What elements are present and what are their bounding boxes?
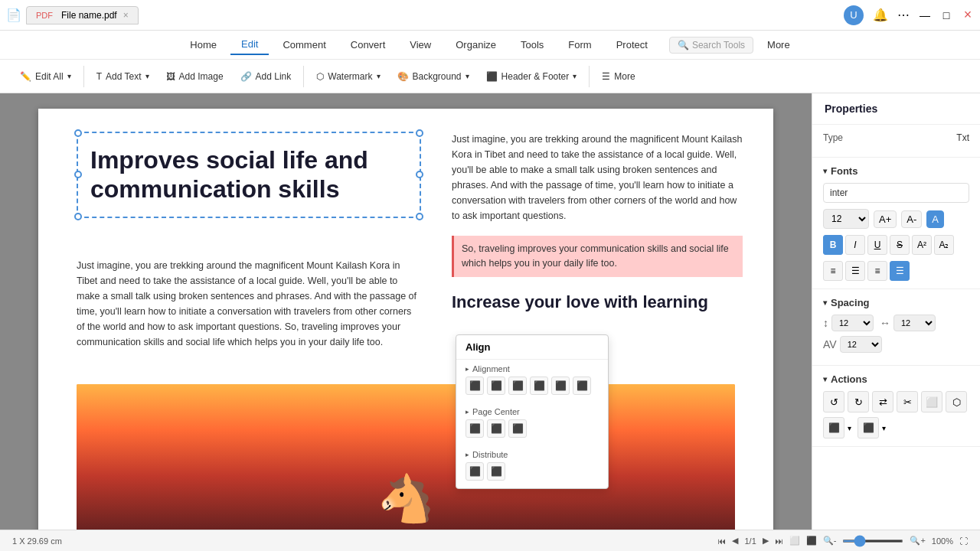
italic-btn[interactable]: I	[845, 235, 865, 255]
subscript-btn[interactable]: A₂	[934, 235, 954, 255]
align-left-text-btn[interactable]: ≡	[823, 261, 843, 281]
right-column: Just imagine, you are trekking around th…	[452, 132, 743, 321]
panel-title: Properties	[812, 93, 980, 125]
font-size-select[interactable]: 12 14 16 18 24	[823, 209, 869, 229]
header-footer-label: Header & Footer	[501, 71, 570, 82]
handle-top-right[interactable]	[416, 129, 423, 137]
menu-more[interactable]: More	[756, 35, 801, 54]
menu-home[interactable]: Home	[179, 35, 227, 54]
add-link-btn[interactable]: 🔗 Add Link	[233, 67, 299, 86]
edit-all-btn[interactable]: ✏️ Edit All ▾	[12, 67, 79, 86]
zoom-in-btn[interactable]: 🔍+	[910, 536, 925, 546]
selected-text-box[interactable]: Improves social life and communication s…	[77, 132, 421, 218]
align-horiz-btn[interactable]: ⬛	[823, 417, 844, 439]
transform-btn[interactable]: ⬡	[946, 391, 967, 412]
add-image-btn[interactable]: 🖼 Add Image	[158, 67, 231, 86]
strikethrough-btn[interactable]: S	[890, 235, 910, 255]
align-left-btn[interactable]: ⬛	[466, 377, 484, 395]
close-tab-btn[interactable]: ×	[123, 10, 129, 21]
more-label: More	[614, 71, 635, 82]
maximize-btn[interactable]: □	[940, 9, 952, 21]
add-text-btn[interactable]: T Add Text ▾	[89, 67, 157, 86]
menu-organize[interactable]: Organize	[445, 35, 507, 54]
nav-first-btn[interactable]: ⏮	[717, 536, 726, 546]
page-center-both-btn[interactable]: ⬛	[487, 419, 505, 438]
font-shrink-btn[interactable]: A-	[901, 210, 922, 228]
fit-page-btn[interactable]: ⬜	[789, 536, 800, 546]
char-spacing-select[interactable]: 12 14 16	[840, 336, 882, 353]
handle-top-left[interactable]	[74, 129, 82, 137]
user-avatar[interactable]: U	[844, 5, 864, 25]
page-center-vert-btn[interactable]: ⬛	[508, 419, 527, 438]
toolbar-sep-3	[589, 66, 590, 87]
actions-row: ↺ ↻ ⇄ ✂ ⬜ ⬡	[823, 391, 969, 412]
align-bottom-btn[interactable]: ⬛	[573, 377, 591, 395]
line-spacing-select[interactable]: 12 14 16	[831, 315, 874, 331]
header-footer-btn[interactable]: ⬛ Header & Footer ▾	[479, 67, 585, 86]
handle-middle-left[interactable]	[74, 171, 82, 178]
search-icon: 🔍	[678, 40, 689, 51]
spacing-header[interactable]: Spacing	[823, 297, 969, 308]
fonts-header[interactable]: Fonts	[823, 165, 969, 177]
crop-btn[interactable]: ✂	[897, 391, 918, 412]
superscript-btn[interactable]: A²	[912, 235, 932, 255]
fullscreen-btn[interactable]: ⛶	[959, 536, 968, 546]
background-btn[interactable]: 🎨 Background ▾	[390, 67, 477, 86]
app-icon: 📄	[6, 8, 21, 22]
menu-view[interactable]: View	[399, 35, 442, 54]
nav-next-btn[interactable]: ▶	[763, 536, 769, 546]
align-right-btn[interactable]: ⬛	[508, 377, 527, 395]
menu-form[interactable]: Form	[557, 35, 602, 54]
font-grow-btn[interactable]: A+	[874, 210, 897, 228]
edit-icon: ✏️	[20, 71, 31, 82]
more-options-btn[interactable]: ⋯	[897, 8, 910, 22]
zoom-out-btn[interactable]: 🔍-	[823, 536, 837, 546]
rotate-ccw-btn[interactable]: ↺	[823, 391, 844, 412]
underline-btn[interactable]: U	[867, 235, 887, 255]
menu-protect[interactable]: Protect	[606, 35, 658, 54]
menu-convert[interactable]: Convert	[340, 35, 397, 54]
menu-tools[interactable]: Tools	[510, 35, 554, 54]
align-top-btn[interactable]: ⬛	[530, 377, 548, 395]
fit-width-btn[interactable]: ⬛	[806, 536, 817, 546]
section-title: Increase your love with learning	[452, 292, 743, 312]
nav-last-btn[interactable]: ⏭	[775, 536, 783, 546]
align-justify-text-btn[interactable]: ☰	[890, 261, 910, 281]
nav-prev-btn[interactable]: ◀	[732, 536, 738, 546]
actions-header[interactable]: Actions	[823, 373, 969, 385]
align-right-text-btn[interactable]: ≡	[867, 261, 887, 281]
notification-btn[interactable]: 🔔	[873, 8, 888, 22]
mask-btn[interactable]: ⬜	[921, 391, 942, 412]
minimize-btn[interactable]: —	[919, 9, 931, 21]
watermark-btn[interactable]: ⬡ Watermark ▾	[309, 67, 387, 86]
canvas-area[interactable]: Improves social life and communication s…	[0, 93, 812, 530]
bold-btn[interactable]: B	[823, 235, 843, 255]
menu-search[interactable]: 🔍 Search Tools	[669, 37, 753, 54]
align-center-btn[interactable]: ⬛	[487, 377, 505, 395]
font-color-btn[interactable]: A	[926, 210, 944, 228]
align-center-text-btn[interactable]: ☰	[845, 261, 865, 281]
page-center-horiz-btn[interactable]: ⬛	[466, 419, 484, 438]
type-section: Type Txt	[812, 125, 980, 158]
handle-bottom-left[interactable]	[74, 213, 82, 220]
distribute-v-btn[interactable]: ⬛	[858, 417, 879, 439]
handle-middle-right[interactable]	[416, 171, 423, 178]
search-placeholder: Search Tools	[692, 40, 745, 51]
menu-bar: Home Edit Comment Convert View Organize …	[0, 31, 980, 60]
para-spacing-select[interactable]: 12 14 16	[893, 315, 936, 331]
handle-bottom-right[interactable]	[416, 213, 423, 220]
distribute-vert-btn[interactable]: ⬛	[487, 462, 505, 481]
close-btn[interactable]: ×	[962, 9, 974, 21]
file-tab[interactable]: PDF File name.pdf ×	[26, 6, 139, 24]
menu-edit[interactable]: Edit	[230, 34, 269, 55]
rotate-cw-btn[interactable]: ↻	[848, 391, 869, 412]
align-middle-btn[interactable]: ⬛	[551, 377, 570, 395]
zoom-slider[interactable]	[842, 540, 903, 543]
more-btn[interactable]: ☰ More	[594, 67, 642, 86]
title-bar: 📄 PDF File name.pdf × U 🔔 ⋯ — □ ×	[0, 0, 980, 31]
distribute-horiz-btn[interactable]: ⬛	[466, 462, 484, 481]
flip-h-btn[interactable]: ⇄	[872, 391, 893, 412]
pdf-icon: PDF	[36, 11, 53, 20]
menu-comment[interactable]: Comment	[272, 35, 336, 54]
font-name-input[interactable]	[823, 183, 969, 203]
